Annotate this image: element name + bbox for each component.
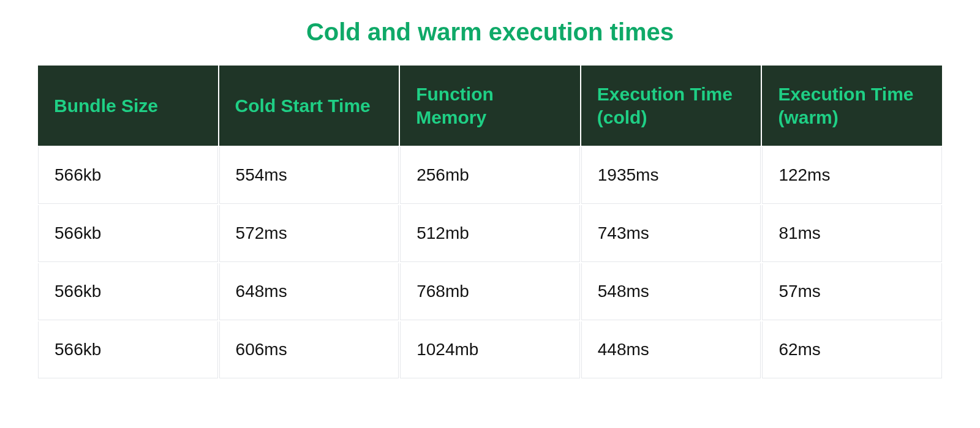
cell-bundle-size: 566kb <box>38 205 218 262</box>
column-header-execution-time-warm: Execution Time (warm) <box>762 66 942 146</box>
cell-bundle-size: 566kb <box>38 147 218 204</box>
table-row: 566kb 648ms 768mb 548ms 57ms <box>38 263 942 320</box>
cell-function-memory: 256mb <box>400 147 580 204</box>
cell-function-memory: 768mb <box>400 263 580 320</box>
table-row: 566kb 554ms 256mb 1935ms 122ms <box>38 147 942 204</box>
cell-cold-start-time: 572ms <box>219 205 399 262</box>
cell-execution-time-cold: 743ms <box>581 205 761 262</box>
cell-bundle-size: 566kb <box>38 321 218 378</box>
table-row: 566kb 572ms 512mb 743ms 81ms <box>38 205 942 262</box>
cell-function-memory: 512mb <box>400 205 580 262</box>
cell-function-memory: 1024mb <box>400 321 580 378</box>
cell-cold-start-time: 554ms <box>219 147 399 204</box>
cell-execution-time-warm: 57ms <box>762 263 942 320</box>
cell-cold-start-time: 648ms <box>219 263 399 320</box>
execution-times-table: Bundle Size Cold Start Time Function Mem… <box>37 64 943 380</box>
cell-execution-time-warm: 62ms <box>762 321 942 378</box>
table-row: 566kb 606ms 1024mb 448ms 62ms <box>38 321 942 378</box>
cell-execution-time-cold: 448ms <box>581 321 761 378</box>
cell-execution-time-warm: 122ms <box>762 147 942 204</box>
table-header-row: Bundle Size Cold Start Time Function Mem… <box>38 66 942 146</box>
column-header-execution-time-cold: Execution Time (cold) <box>581 66 761 146</box>
cell-cold-start-time: 606ms <box>219 321 399 378</box>
column-header-function-memory: Function Memory <box>400 66 580 146</box>
cell-execution-time-warm: 81ms <box>762 205 942 262</box>
cell-execution-time-cold: 1935ms <box>581 147 761 204</box>
column-header-bundle-size: Bundle Size <box>38 66 218 146</box>
page-title: Cold and warm execution times <box>37 18 943 46</box>
cell-execution-time-cold: 548ms <box>581 263 761 320</box>
column-header-cold-start-time: Cold Start Time <box>219 66 399 146</box>
cell-bundle-size: 566kb <box>38 263 218 320</box>
